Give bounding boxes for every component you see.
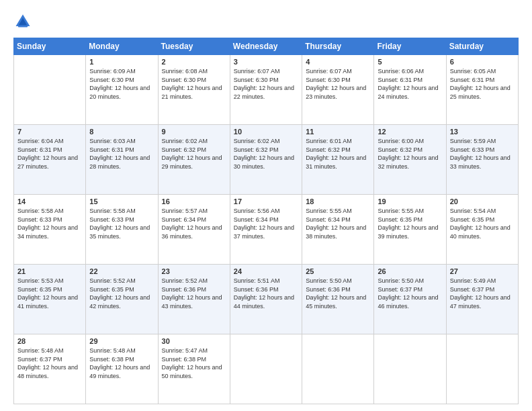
day-number: 21 [17, 267, 82, 275]
calendar-cell: 13Sunrise: 5:59 AMSunset: 6:33 PMDayligh… [446, 125, 518, 195]
day-number: 4 [306, 58, 370, 66]
weekday-header-friday: Friday [374, 38, 446, 55]
calendar-cell [302, 334, 374, 404]
day-number: 2 [162, 58, 226, 66]
calendar-cell: 20Sunrise: 5:54 AMSunset: 6:35 PMDayligh… [446, 195, 518, 265]
calendar-cell: 2Sunrise: 6:08 AMSunset: 6:30 PMDaylight… [158, 55, 230, 125]
calendar-week-row: 21Sunrise: 5:53 AMSunset: 6:35 PMDayligh… [14, 265, 519, 334]
weekday-header-wednesday: Wednesday [230, 38, 302, 55]
day-number: 10 [234, 128, 298, 136]
calendar-cell: 12Sunrise: 6:00 AMSunset: 6:32 PMDayligh… [374, 125, 446, 195]
calendar-cell [446, 334, 518, 404]
calendar-cell [230, 334, 302, 404]
day-info: Sunrise: 6:02 AMSunset: 6:32 PMDaylight:… [234, 137, 298, 171]
calendar-cell: 4Sunrise: 6:07 AMSunset: 6:30 PMDaylight… [302, 55, 374, 125]
calendar-cell: 19Sunrise: 5:55 AMSunset: 6:35 PMDayligh… [374, 195, 446, 265]
calendar-cell: 25Sunrise: 5:50 AMSunset: 6:36 PMDayligh… [302, 265, 374, 334]
day-info: Sunrise: 5:52 AMSunset: 6:36 PMDaylight:… [162, 277, 226, 310]
calendar-cell: 10Sunrise: 6:02 AMSunset: 6:32 PMDayligh… [230, 125, 302, 195]
day-info: Sunrise: 5:50 AMSunset: 6:36 PMDaylight:… [306, 277, 370, 310]
day-info: Sunrise: 5:58 AMSunset: 6:33 PMDaylight:… [17, 207, 82, 240]
calendar-cell: 29Sunrise: 5:48 AMSunset: 6:38 PMDayligh… [86, 334, 158, 404]
day-info: Sunrise: 5:58 AMSunset: 6:33 PMDaylight:… [89, 207, 154, 240]
day-info: Sunrise: 6:08 AMSunset: 6:30 PMDaylight:… [162, 67, 226, 101]
day-info: Sunrise: 5:48 AMSunset: 6:38 PMDaylight:… [89, 347, 154, 380]
day-info: Sunrise: 6:07 AMSunset: 6:30 PMDaylight:… [306, 67, 370, 101]
day-number: 18 [306, 197, 370, 205]
calendar-cell: 23Sunrise: 5:52 AMSunset: 6:36 PMDayligh… [158, 265, 230, 334]
calendar: SundayMondayTuesdayWednesdayThursdayFrid… [13, 38, 519, 404]
calendar-cell [14, 55, 86, 125]
day-info: Sunrise: 5:50 AMSunset: 6:37 PMDaylight:… [378, 277, 442, 310]
day-number: 28 [17, 337, 82, 345]
weekday-header-tuesday: Tuesday [158, 38, 230, 55]
calendar-cell: 26Sunrise: 5:50 AMSunset: 6:37 PMDayligh… [374, 265, 446, 334]
day-number: 11 [306, 128, 370, 136]
svg-rect-2 [18, 26, 28, 28]
day-info: Sunrise: 5:51 AMSunset: 6:36 PMDaylight:… [234, 277, 298, 310]
day-info: Sunrise: 6:00 AMSunset: 6:32 PMDaylight:… [378, 137, 442, 171]
calendar-cell: 14Sunrise: 5:58 AMSunset: 6:33 PMDayligh… [14, 195, 86, 265]
calendar-cell: 8Sunrise: 6:03 AMSunset: 6:31 PMDaylight… [86, 125, 158, 195]
day-number: 29 [89, 337, 154, 345]
day-number: 14 [17, 197, 82, 205]
calendar-cell: 16Sunrise: 5:57 AMSunset: 6:34 PMDayligh… [158, 195, 230, 265]
day-number: 7 [17, 128, 82, 136]
day-info: Sunrise: 5:53 AMSunset: 6:35 PMDaylight:… [17, 277, 82, 310]
day-info: Sunrise: 6:04 AMSunset: 6:31 PMDaylight:… [17, 137, 82, 171]
logo [13, 12, 35, 31]
day-number: 12 [378, 128, 442, 136]
calendar-week-row: 28Sunrise: 5:48 AMSunset: 6:37 PMDayligh… [14, 334, 519, 404]
day-info: Sunrise: 6:03 AMSunset: 6:31 PMDaylight:… [89, 137, 154, 171]
day-number: 19 [378, 197, 442, 205]
day-number: 25 [306, 267, 370, 275]
day-info: Sunrise: 6:07 AMSunset: 6:30 PMDaylight:… [234, 67, 298, 101]
day-number: 5 [378, 58, 442, 66]
calendar-cell: 18Sunrise: 5:55 AMSunset: 6:34 PMDayligh… [302, 195, 374, 265]
day-number: 24 [234, 267, 298, 275]
day-number: 23 [162, 267, 226, 275]
calendar-cell: 6Sunrise: 6:05 AMSunset: 6:31 PMDaylight… [446, 55, 518, 125]
day-info: Sunrise: 5:56 AMSunset: 6:34 PMDaylight:… [234, 207, 298, 240]
day-number: 15 [89, 197, 154, 205]
logo-icon [13, 12, 32, 31]
day-info: Sunrise: 6:06 AMSunset: 6:31 PMDaylight:… [378, 67, 442, 101]
calendar-header-row: SundayMondayTuesdayWednesdayThursdayFrid… [14, 38, 519, 55]
calendar-week-row: 14Sunrise: 5:58 AMSunset: 6:33 PMDayligh… [14, 195, 519, 265]
day-info: Sunrise: 5:54 AMSunset: 6:35 PMDaylight:… [450, 207, 515, 240]
day-number: 20 [450, 197, 515, 205]
day-number: 30 [162, 337, 226, 345]
page: SundayMondayTuesdayWednesdayThursdayFrid… [0, 0, 532, 411]
calendar-cell [374, 334, 446, 404]
calendar-cell: 27Sunrise: 5:49 AMSunset: 6:37 PMDayligh… [446, 265, 518, 334]
day-info: Sunrise: 5:57 AMSunset: 6:34 PMDaylight:… [162, 207, 226, 240]
calendar-cell: 9Sunrise: 6:02 AMSunset: 6:32 PMDaylight… [158, 125, 230, 195]
weekday-header-monday: Monday [86, 38, 158, 55]
calendar-cell: 11Sunrise: 6:01 AMSunset: 6:32 PMDayligh… [302, 125, 374, 195]
day-number: 9 [162, 128, 226, 136]
weekday-header-saturday: Saturday [446, 38, 518, 55]
calendar-cell: 17Sunrise: 5:56 AMSunset: 6:34 PMDayligh… [230, 195, 302, 265]
header [13, 12, 519, 31]
day-info: Sunrise: 5:59 AMSunset: 6:33 PMDaylight:… [450, 137, 515, 171]
day-info: Sunrise: 6:01 AMSunset: 6:32 PMDaylight:… [306, 137, 370, 171]
day-info: Sunrise: 6:05 AMSunset: 6:31 PMDaylight:… [450, 67, 515, 101]
calendar-cell: 21Sunrise: 5:53 AMSunset: 6:35 PMDayligh… [14, 265, 86, 334]
day-number: 8 [89, 128, 154, 136]
weekday-header-thursday: Thursday [302, 38, 374, 55]
day-number: 26 [378, 267, 442, 275]
calendar-week-row: 1Sunrise: 6:09 AMSunset: 6:30 PMDaylight… [14, 55, 519, 125]
day-info: Sunrise: 5:55 AMSunset: 6:35 PMDaylight:… [378, 207, 442, 240]
day-number: 22 [89, 267, 154, 275]
day-number: 6 [450, 58, 515, 66]
day-info: Sunrise: 5:48 AMSunset: 6:37 PMDaylight:… [17, 347, 82, 380]
calendar-cell: 3Sunrise: 6:07 AMSunset: 6:30 PMDaylight… [230, 55, 302, 125]
day-number: 17 [234, 197, 298, 205]
calendar-cell: 22Sunrise: 5:52 AMSunset: 6:35 PMDayligh… [86, 265, 158, 334]
calendar-cell: 30Sunrise: 5:47 AMSunset: 6:38 PMDayligh… [158, 334, 230, 404]
calendar-cell: 7Sunrise: 6:04 AMSunset: 6:31 PMDaylight… [14, 125, 86, 195]
day-number: 3 [234, 58, 298, 66]
day-number: 16 [162, 197, 226, 205]
weekday-header-sunday: Sunday [14, 38, 86, 55]
calendar-week-row: 7Sunrise: 6:04 AMSunset: 6:31 PMDaylight… [14, 125, 519, 195]
